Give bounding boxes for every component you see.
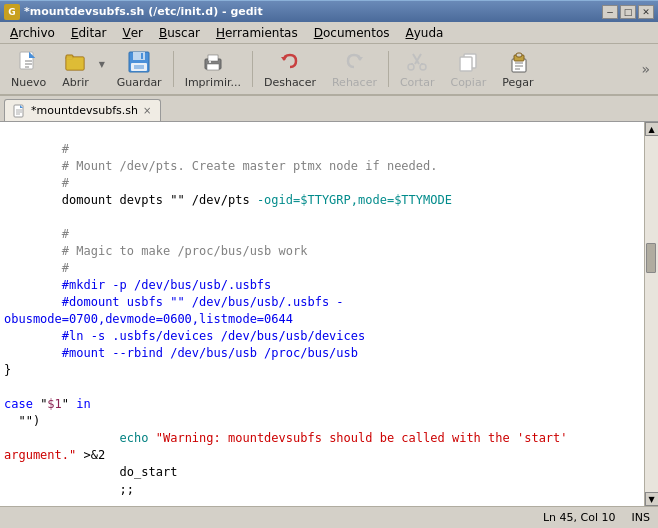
save-label: Guardar [117, 76, 162, 89]
svg-rect-9 [66, 57, 84, 70]
svg-rect-16 [207, 64, 219, 70]
editor-container: # # Mount /dev/pts. Create master ptmx n… [0, 122, 658, 506]
menu-buscar[interactable]: Buscar [151, 22, 208, 43]
copy-icon [456, 50, 480, 74]
editor-mode: INS [632, 511, 650, 524]
separator-3 [388, 51, 389, 87]
scroll-down-button[interactable]: ▼ [645, 492, 659, 506]
undo-icon [278, 50, 302, 74]
save-button[interactable]: Guardar [110, 47, 169, 91]
separator-1 [173, 51, 174, 87]
svg-rect-11 [133, 52, 145, 60]
menu-editar[interactable]: Editar [63, 22, 115, 43]
new-icon [17, 50, 41, 74]
paste-button[interactable]: Pegar [495, 47, 540, 91]
tab-label: *mountdevsubfs.sh [31, 104, 138, 117]
svg-rect-17 [208, 55, 218, 61]
open-group: Abrir ▼ [55, 47, 108, 91]
copy-button[interactable]: Copiar [443, 47, 493, 91]
menu-ayuda[interactable]: Ayuda [397, 22, 451, 43]
menu-archivo[interactable]: Archivo [2, 22, 63, 43]
close-button[interactable]: ✕ [638, 5, 654, 19]
separator-2 [252, 51, 253, 87]
svg-rect-12 [141, 53, 143, 59]
open-icon [64, 50, 88, 74]
undo-label: Deshacer [264, 76, 316, 89]
open-button[interactable]: Abrir [55, 47, 96, 91]
new-button[interactable]: Nuevo [4, 47, 53, 91]
cut-icon [405, 50, 429, 74]
menu-ver[interactable]: Ver [114, 22, 151, 43]
svg-rect-14 [134, 65, 144, 69]
cut-button[interactable]: Cortar [393, 47, 442, 91]
scroll-thumb[interactable] [646, 243, 656, 273]
open-arrow[interactable]: ▼ [96, 60, 108, 79]
svg-rect-28 [460, 57, 472, 71]
tab-icon [13, 104, 27, 118]
tab-mountdevsubfs[interactable]: *mountdevsubfs.sh × [4, 99, 161, 121]
undo-button[interactable]: Deshacer [257, 47, 323, 91]
redo-icon [342, 50, 366, 74]
toolbar-expand[interactable]: » [637, 57, 654, 81]
app-icon: G [4, 4, 20, 20]
scroll-track[interactable] [645, 136, 658, 492]
redo-button[interactable]: Rehacer [325, 47, 384, 91]
print-button[interactable]: Imprimir... [178, 47, 248, 91]
svg-rect-18 [209, 61, 211, 63]
open-label: Abrir [62, 76, 89, 89]
maximize-button[interactable]: □ [620, 5, 636, 19]
svg-rect-31 [516, 53, 522, 57]
vertical-scrollbar[interactable]: ▲ ▼ [644, 122, 658, 506]
menu-bar: Archivo Editar Ver Buscar Herramientas D… [0, 22, 658, 44]
new-label: Nuevo [11, 76, 46, 89]
title-bar: G *mountdevsubfs.sh (/etc/init.d) - gedi… [0, 0, 658, 22]
print-icon [201, 50, 225, 74]
title-bar-left: G *mountdevsubfs.sh (/etc/init.d) - gedi… [4, 4, 263, 20]
paste-label: Pegar [502, 76, 533, 89]
copy-label: Copiar [450, 76, 486, 89]
tab-close-button[interactable]: × [142, 105, 152, 116]
menu-herramientas[interactable]: Herramientas [208, 22, 306, 43]
save-icon [127, 50, 151, 74]
svg-text:G: G [8, 7, 15, 17]
svg-marker-20 [357, 57, 363, 61]
cut-label: Cortar [400, 76, 435, 89]
svg-marker-19 [281, 57, 287, 61]
tab-bar: *mountdevsubfs.sh × [0, 96, 658, 122]
paste-icon [506, 50, 530, 74]
cursor-position: Ln 45, Col 10 [543, 511, 616, 524]
editor-content[interactable]: # # Mount /dev/pts. Create master ptmx n… [0, 122, 644, 506]
redo-label: Rehacer [332, 76, 377, 89]
toolbar: Nuevo Abrir ▼ Guardar [0, 44, 658, 96]
minimize-button[interactable]: − [602, 5, 618, 19]
print-label: Imprimir... [185, 76, 241, 89]
status-bar: Ln 45, Col 10 INS [0, 506, 658, 528]
menu-documentos[interactable]: Documentos [306, 22, 398, 43]
window-title: *mountdevsubfs.sh (/etc/init.d) - gedit [24, 5, 263, 18]
scroll-up-button[interactable]: ▲ [645, 122, 659, 136]
window-controls[interactable]: − □ ✕ [602, 5, 654, 19]
